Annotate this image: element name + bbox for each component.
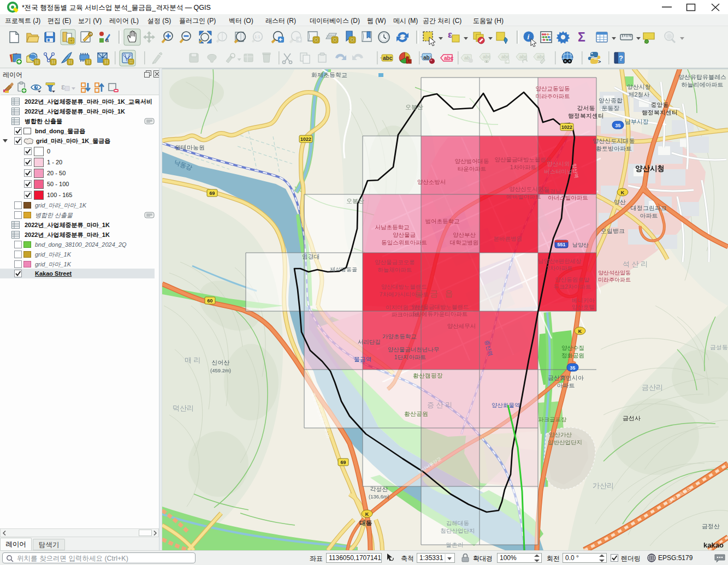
svg-text:양산물금대방노블랜드: 양산물금대방노블랜드 — [412, 304, 469, 310]
svg-text:범어초등학교: 범어초등학교 — [425, 218, 460, 224]
svg-text:ε: ε — [61, 82, 65, 91]
svg-text:제2청사: 제2청사 — [628, 91, 649, 98]
svg-text:오일뱅크: 오일뱅크 — [601, 228, 625, 234]
svg-text:증 산 리: 증 산 리 — [427, 401, 452, 409]
svg-text:매 리: 매 리 — [185, 356, 201, 364]
svg-text:abc: abc — [483, 54, 491, 60]
svg-text:abc: abc — [444, 55, 454, 61]
svg-text:Σ: Σ — [578, 30, 585, 44]
svg-text:아파트: 아파트 — [557, 382, 575, 389]
svg-text:금산휴먼시아: 금산휴먼시아 — [548, 374, 584, 381]
svg-text:금성동: 금성동 — [710, 344, 728, 350]
svg-text:양산가산: 양산가산 — [549, 431, 572, 438]
svg-text:양산종합: 양산종합 — [599, 97, 623, 104]
svg-text:신어산: 신어산 — [212, 359, 230, 366]
svg-text:abc: abc — [501, 54, 510, 60]
svg-text:화제초등학교: 화제초등학교 — [311, 72, 347, 78]
svg-text:kakao: kakao — [703, 541, 724, 549]
svg-text:양산물금너천년나무: 양산물금너천년나무 — [388, 346, 440, 353]
svg-text:양산물금대방노블랜드: 양산물금대방노블랜드 — [495, 156, 552, 163]
svg-text:35: 35 — [570, 365, 575, 371]
svg-text:하늘채아파트: 하늘채아파트 — [378, 266, 412, 273]
svg-text:황토방아파트: 황토방아파트 — [596, 145, 632, 152]
svg-text:대동: 대동 — [360, 520, 372, 526]
svg-text:양산물금코오롱: 양산물금코오롱 — [375, 259, 415, 265]
svg-text:미라주아파트: 미라주아파트 — [536, 93, 570, 99]
svg-text:양산유탑유블레스: 양산유탑유블레스 — [678, 74, 726, 80]
svg-text:1단지아파트: 1단지아파트 — [394, 354, 426, 360]
svg-text:금정산: 금정산 — [702, 523, 720, 530]
svg-text:양산교동일동: 양산교동일동 — [536, 85, 570, 92]
svg-text:중앙동: 중앙동 — [651, 102, 669, 108]
svg-text:각성산: 각성산 — [370, 486, 388, 492]
svg-text:물금역: 물금역 — [354, 356, 372, 362]
svg-text:a: a — [105, 37, 109, 43]
svg-text:남양산: 남양산 — [572, 242, 589, 248]
svg-text:황산캠핑장: 황산캠핑장 — [413, 372, 443, 379]
svg-text:아너스빌아파트: 아너스빌아파트 — [548, 194, 588, 201]
svg-text:제석당동골: 제석당동골 — [330, 266, 357, 272]
svg-text:양산석산일동: 양산석산일동 — [598, 270, 631, 276]
svg-text:양산신도시대동: 양산신도시대동 — [593, 138, 635, 144]
svg-text:덕산리: 덕산리 — [173, 404, 194, 412]
svg-text:김해대동: 김해대동 — [446, 520, 469, 526]
svg-text:양산범어대동: 양산범어대동 — [455, 158, 489, 164]
svg-text:ε: ε — [448, 29, 452, 40]
svg-text:양산시청: 양산시청 — [635, 164, 665, 173]
svg-text:에버빌아파트: 에버빌아파트 — [507, 193, 541, 200]
svg-text:양산시청: 양산시청 — [627, 84, 651, 90]
svg-text:임경대: 임경대 — [302, 253, 320, 260]
svg-text:남양산e편한세상: 남양산e편한세상 — [538, 258, 582, 264]
svg-text:파크골프장: 파크골프장 — [538, 416, 567, 423]
svg-text:금산리: 금산리 — [642, 383, 663, 391]
svg-text:K: K — [621, 190, 625, 195]
svg-text:양산세무서: 양산세무서 — [447, 323, 476, 329]
svg-text:K: K — [365, 512, 369, 517]
svg-text:물 금 읍: 물 금 읍 — [415, 289, 455, 298]
svg-text:행정복지센터: 행정복지센터 — [642, 109, 678, 116]
svg-text:1022: 1022 — [561, 124, 572, 130]
svg-text:양산: 양산 — [614, 199, 626, 205]
svg-text:금선사: 금선사 — [623, 415, 641, 421]
svg-text:본바른병원: 본바른병원 — [494, 235, 523, 242]
svg-text:양산소방서: 양산소방서 — [417, 179, 446, 185]
svg-text:월촌리: 월촌리 — [446, 542, 464, 548]
svg-text:베니키아: 베니키아 — [572, 297, 595, 304]
svg-text:가양초등학교: 가양초등학교 — [382, 333, 417, 340]
svg-text:하늘리에아파트: 하늘리에아파트 — [682, 81, 724, 88]
svg-text:60: 60 — [207, 298, 212, 304]
svg-text:석 산 리: 석 산 리 — [623, 260, 648, 268]
svg-text:?: ? — [619, 54, 623, 62]
svg-text:1차아파트: 1차아파트 — [510, 164, 536, 170]
svg-text:1:1: 1:1 — [254, 34, 260, 39]
svg-text:운동장: 운동장 — [602, 105, 620, 111]
svg-text:동일스위트아파트: 동일스위트아파트 — [381, 239, 427, 246]
svg-text:아파트: 아파트 — [640, 212, 658, 219]
svg-text:가산리: 가산리 — [593, 481, 614, 490]
svg-text:양산물금: 양산물금 — [393, 231, 416, 238]
svg-text:ab: ab — [423, 55, 430, 61]
svg-text:1022: 1022 — [300, 136, 311, 142]
svg-text:69: 69 — [209, 191, 215, 196]
svg-text:69: 69 — [340, 460, 346, 465]
svg-text:abc: abc — [383, 55, 393, 61]
svg-text:행정복지센터: 행정복지센터 — [568, 112, 604, 119]
svg-text:강서동: 강서동 — [577, 105, 595, 111]
svg-text:양산부산: 양산부산 — [453, 231, 476, 238]
svg-text:양산시외: 양산시외 — [547, 160, 570, 167]
svg-text:대정그린파크: 대정그린파크 — [631, 205, 667, 211]
svg-text:일반산업단지: 일반산업단지 — [548, 439, 582, 445]
svg-text:미라주아파트: 미라주아파트 — [598, 277, 631, 283]
svg-text:양산동원로얄: 양산동원로얄 — [555, 276, 590, 283]
svg-text:551: 551 — [557, 242, 565, 247]
svg-text:양산화물역: 양산화물역 — [492, 402, 520, 408]
svg-text:양산신도시현진: 양산신도시현진 — [509, 186, 549, 192]
svg-text:듀크2차아파트: 듀크2차아파트 — [554, 283, 591, 290]
svg-text:서남초등학교: 서남초등학교 — [375, 224, 410, 230]
svg-text:타운아파트: 타운아파트 — [458, 165, 487, 172]
svg-text:(136,6m): (136,6m) — [369, 493, 389, 499]
svg-text:abc: abc — [519, 54, 528, 60]
svg-text:서리단길: 서리단길 — [358, 338, 381, 345]
svg-text:K: K — [578, 329, 582, 334]
svg-text:양산수질: 양산수질 — [561, 344, 584, 351]
